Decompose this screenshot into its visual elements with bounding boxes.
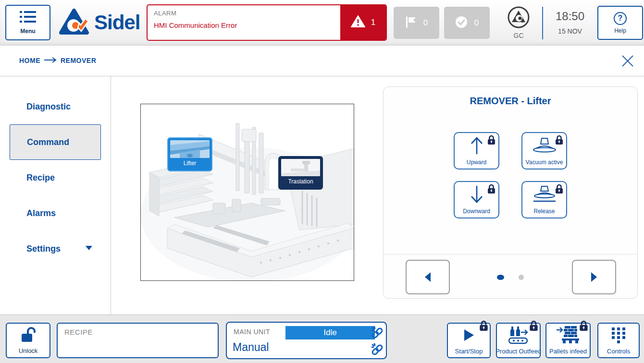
sidebar-item-label: Alarms bbox=[26, 208, 56, 218]
unlock-label: Unlock bbox=[19, 347, 38, 354]
unlock-button[interactable]: Unlock bbox=[6, 323, 50, 358]
traslation-thumbnail bbox=[281, 159, 320, 176]
flag-count: 0 bbox=[423, 18, 428, 28]
sidebar-item-diagnostic[interactable]: Diagnostic bbox=[0, 89, 111, 124]
footer-button-label: Pallets infeed bbox=[549, 348, 587, 355]
breadcrumb-arrow-icon bbox=[44, 56, 57, 65]
main-unit-label: MAIN UNIT bbox=[234, 328, 270, 336]
main-unit-panel[interactable]: MAIN UNIT Idle Manual bbox=[226, 322, 387, 359]
unlock-icon bbox=[20, 327, 37, 345]
start-stop-button[interactable]: Start/Stop bbox=[447, 323, 491, 358]
breadcrumb-current: REMOVER bbox=[61, 57, 96, 64]
clock-time: 18:50 bbox=[551, 10, 589, 23]
controls-button[interactable]: Controls bbox=[597, 323, 640, 358]
footer-button-label: Product Outfeed bbox=[495, 348, 541, 355]
sidebar-item-alarms[interactable]: Alarms bbox=[0, 195, 111, 231]
page-next-button[interactable] bbox=[572, 260, 616, 294]
grid-icon bbox=[611, 324, 626, 347]
lock-icon bbox=[529, 320, 538, 333]
triangle-left-icon bbox=[424, 272, 432, 282]
recipe-label: RECIPE bbox=[64, 328, 211, 336]
release-icon bbox=[531, 182, 558, 206]
hotspot-label: Traslation bbox=[281, 176, 320, 187]
alarm-count-badge[interactable]: 1 bbox=[340, 5, 386, 40]
broken-link-icon bbox=[371, 326, 384, 340]
footer-button-label: Controls bbox=[607, 348, 630, 355]
menu-button[interactable]: Menu bbox=[5, 5, 50, 40]
alarm-count: 1 bbox=[371, 18, 375, 27]
lock-icon bbox=[479, 320, 488, 333]
chevron-down-icon bbox=[86, 246, 92, 250]
clock-date: 15 NOV bbox=[551, 27, 589, 35]
hmi-screen: Menu Sidel ALARM HMI Communication Error bbox=[0, 0, 644, 363]
command-label: Vacuum active bbox=[526, 159, 563, 166]
menu-icon bbox=[20, 11, 36, 25]
sidebar-item-command[interactable]: Command bbox=[10, 124, 101, 160]
question-mark-icon: ? bbox=[614, 12, 627, 25]
clock: 18:50 15 NOV bbox=[551, 10, 589, 35]
gc-label: GC bbox=[506, 32, 531, 39]
sidebar-item-label: Recipe bbox=[26, 173, 55, 183]
help-label: Help bbox=[614, 27, 626, 34]
sidebar-item-label: Command bbox=[27, 137, 69, 147]
pallets-infeed-button[interactable]: Pallets infeed bbox=[545, 323, 591, 358]
machine-area: Lifter Traslation bbox=[111, 76, 644, 315]
help-button[interactable]: ? Help bbox=[597, 6, 643, 40]
vacuum-icon bbox=[531, 133, 558, 157]
machine-image: Lifter Traslation bbox=[140, 104, 354, 281]
bottom-bar: Unlock RECIPE MAIN UNIT Idle Manual bbox=[0, 315, 644, 363]
lock-icon bbox=[579, 320, 588, 333]
release-button[interactable]: Release bbox=[521, 181, 567, 218]
bottles-conveyor-icon bbox=[508, 324, 530, 347]
command-label: Upward bbox=[467, 159, 486, 166]
sidebar-item-label: Diagnostic bbox=[26, 102, 71, 112]
page-indicator bbox=[497, 275, 524, 280]
breadcrumb-home[interactable]: HOME bbox=[19, 57, 40, 64]
flag-icon bbox=[405, 16, 417, 30]
triangle-right-icon bbox=[590, 272, 598, 282]
lock-icon bbox=[487, 135, 495, 147]
warning-triangle-icon bbox=[351, 15, 365, 30]
alarm-banner[interactable]: ALARM HMI Communication Error 1 bbox=[147, 4, 387, 41]
gc-user-button[interactable]: GC bbox=[506, 6, 531, 39]
sidel-logo: Sidel bbox=[59, 8, 140, 37]
sidel-wordmark: Sidel bbox=[94, 12, 140, 33]
flag-badge[interactable]: 0 bbox=[394, 7, 439, 39]
sidebar-item-settings[interactable]: Settings bbox=[0, 231, 111, 266]
command-grid: Upward bbox=[454, 132, 567, 218]
panel-separator bbox=[384, 254, 637, 254]
downward-button[interactable]: Downward bbox=[454, 181, 499, 218]
command-label: Downward bbox=[463, 208, 490, 215]
lock-icon bbox=[555, 184, 563, 196]
gc-logo-icon bbox=[507, 22, 530, 30]
top-bar: Menu Sidel ALARM HMI Communication Error bbox=[0, 0, 644, 46]
menu-label: Menu bbox=[20, 28, 35, 35]
command-panel: REMOVER - Lifter bbox=[383, 86, 638, 299]
sidel-logo-icon bbox=[59, 8, 89, 37]
main-unit-mode: Manual bbox=[233, 341, 269, 354]
vacuum-active-button[interactable]: Vacuum active bbox=[521, 132, 567, 169]
alarm-label: ALARM bbox=[154, 10, 334, 17]
ack-count: 0 bbox=[474, 18, 479, 28]
page-previous-button[interactable] bbox=[406, 260, 450, 294]
hotspot-label: Lifter bbox=[170, 158, 210, 169]
header-divider bbox=[542, 7, 543, 39]
breadcrumb: HOME REMOVER bbox=[19, 56, 96, 65]
page-dot bbox=[519, 275, 524, 280]
sidebar-item-recipe[interactable]: Recipe bbox=[0, 160, 111, 195]
product-outfeed-button[interactable]: Product Outfeed bbox=[496, 323, 541, 358]
hotspot-lifter-button[interactable]: Lifter bbox=[167, 137, 212, 171]
command-label: Release bbox=[533, 208, 555, 215]
recipe-field[interactable]: RECIPE bbox=[57, 323, 219, 358]
upward-button[interactable]: Upward bbox=[454, 132, 499, 169]
hotspot-traslation-button[interactable]: Traslation bbox=[278, 156, 323, 190]
sidebar-nav: Diagnostic Command Recipe Alarms Setting… bbox=[0, 76, 111, 315]
play-icon bbox=[463, 324, 475, 347]
close-button[interactable] bbox=[620, 53, 635, 69]
pallet-icon bbox=[556, 324, 580, 347]
machine-render bbox=[141, 104, 354, 280]
ack-badge[interactable]: 0 bbox=[444, 7, 490, 39]
lock-icon bbox=[555, 135, 563, 147]
check-circle-icon bbox=[455, 16, 468, 30]
footer-button-label: Start/Stop bbox=[455, 348, 483, 355]
